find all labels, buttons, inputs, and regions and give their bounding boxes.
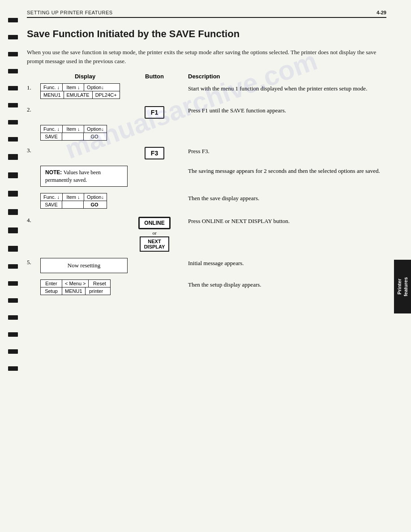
right-tab: Printer features — [394, 260, 411, 313]
step-5-row: 5. Now resetting Initial message appears… — [27, 258, 386, 273]
sidebar-mark-16 — [8, 281, 18, 286]
step-5b-menu: < Menu > — [62, 280, 89, 287]
step-3-row: 3. F3 Press F3. — [27, 146, 386, 159]
step-4-btn-group: ONLINE or NEXTDISPLAY — [138, 217, 170, 252]
step-4-num: 4. — [27, 216, 40, 224]
next-display-button[interactable]: NEXTDISPLAY — [140, 236, 170, 252]
body-text: When you use the save function in setup … — [27, 48, 386, 66]
step-5b-row: Enter < Menu > Reset Setup MENU1 printer… — [27, 279, 386, 295]
sidebar-mark-10 — [8, 172, 18, 178]
sidebar-mark-8 — [8, 137, 18, 142]
step-5b-reset: Reset — [89, 280, 110, 287]
step-3b-row-1: Func. ↓ Item ↓ Option↓ — [41, 193, 107, 201]
sidebar-mark-18 — [8, 315, 18, 320]
col-display-header: Display — [40, 73, 130, 80]
main-content: SETTING UP PRINTER FEATURES 4-29 Save Fu… — [27, 0, 386, 295]
step-1-cell-dpl24c: DPL24C+ — [93, 91, 120, 99]
sidebar-mark-12 — [8, 209, 18, 215]
sidebar-mark-17 — [8, 298, 18, 303]
step-1-display-box: Func. ↓ Item ↓ Option↓ MENU1 EMULATE DPL… — [40, 83, 120, 99]
step-5b-enter: Enter — [41, 280, 62, 287]
sidebar-mark-13 — [8, 227, 18, 233]
step-5b-desc: Then the setup display appears. — [179, 279, 386, 289]
note-bold-label: NOTE: — [45, 169, 64, 176]
col-button-header: Button — [130, 73, 179, 80]
sidebar-mark-19 — [8, 332, 18, 337]
f1-button[interactable]: F1 — [145, 106, 164, 119]
step-1-display: Func. ↓ Item ↓ Option↓ MENU1 EMULATE DPL… — [40, 83, 130, 99]
step-1-button — [130, 83, 179, 84]
step-5b-printer: printer — [86, 287, 107, 295]
sidebar-mark-3 — [8, 52, 18, 56]
step-3a-row: NOTE: Values have been permanently saved… — [27, 166, 386, 187]
sidebar-mark-21 — [8, 366, 18, 371]
sidebar-mark-7 — [8, 120, 18, 124]
step-3a-note-area: NOTE: Values have been permanently saved… — [40, 166, 130, 187]
step-5b-display-area: Enter < Menu > Reset Setup MENU1 printer — [40, 279, 130, 295]
step-3-num: 3. — [27, 146, 40, 154]
step-5b-row-1: Enter < Menu > Reset — [41, 280, 110, 287]
sidebar-mark-9 — [8, 154, 18, 160]
sidebar-mark-15 — [8, 264, 18, 269]
step-2-num: 2. — [27, 105, 40, 113]
step-5b-row-2: Setup MENU1 printer — [41, 287, 110, 295]
step-1-display-row-2: MENU1 EMULATE DPL24C+ — [41, 91, 120, 99]
header-page: 4-29 — [377, 10, 386, 15]
page-header: SETTING UP PRINTER FEATURES 4-29 — [27, 10, 386, 18]
step-2a-func-label: Func. ↓ — [41, 125, 63, 133]
step-3b-desc: Then the save display appears. — [179, 193, 386, 203]
sidebar-mark-2 — [8, 35, 18, 39]
step-5b-display-box: Enter < Menu > Reset Setup MENU1 printer — [40, 279, 111, 295]
sidebar-mark-4 — [8, 69, 18, 73]
step-3b-empty — [62, 201, 84, 208]
step-3-desc: Press F3. — [179, 146, 386, 156]
step-4-button: ONLINE or NEXTDISPLAY — [130, 216, 179, 252]
step-2-desc: Press F1 until the SAVE function appears… — [179, 105, 386, 115]
step-5-button — [130, 258, 179, 259]
step-2-row: 2. F1 Press F1 until the SAVE function a… — [27, 105, 386, 119]
step-3b-save: SAVE — [41, 201, 62, 208]
step-4-desc: Press ONLINE or NEXT DISPLAY button. — [179, 216, 386, 226]
step-3b-row-2: SAVE GO — [41, 201, 107, 208]
step-3b-item-label: Item ↓ — [63, 193, 84, 201]
step-5-desc: Initial message appears. — [179, 258, 386, 268]
sidebar-mark-6 — [8, 103, 18, 107]
step-2a-empty — [62, 133, 84, 140]
step-1-cell-item-label: Item ↓ — [63, 84, 84, 91]
step-1-cell-option-label: Option↓ — [84, 84, 107, 91]
step-3b-display-area: Func. ↓ Item ↓ Option↓ SAVE GO — [40, 193, 130, 209]
step-2a-row-1: Func. ↓ Item ↓ Option↓ — [41, 125, 107, 133]
step-5-num: 5. — [27, 258, 40, 266]
step-1-display-row-1: Func. ↓ Item ↓ Option↓ — [41, 84, 120, 91]
note-box: NOTE: Values have been permanently saved… — [40, 166, 128, 187]
step-3b-row: Func. ↓ Item ↓ Option↓ SAVE GO Then the … — [27, 193, 386, 209]
or-text: or — [152, 230, 156, 236]
step-3-button: F3 — [130, 146, 179, 159]
step-1-desc: Start with the menu 1 function displayed… — [179, 83, 386, 93]
online-button[interactable]: ONLINE — [138, 217, 170, 229]
step-3b-func-label: Func. ↓ — [41, 193, 63, 201]
header-title: SETTING UP PRINTER FEATURES — [27, 10, 113, 15]
step-2a-item-label: Item ↓ — [63, 125, 84, 133]
page: manualsarchive.com Printer features — [0, 0, 411, 532]
step-1-num: 1. — [27, 83, 40, 91]
step-1-cell-emulate: EMULATE — [64, 91, 93, 99]
step-5b-setup: Setup — [41, 287, 62, 295]
step-3b-display-box: Func. ↓ Item ↓ Option↓ SAVE GO — [40, 193, 107, 209]
column-headers: Display Button Description — [27, 73, 386, 80]
right-tab-text: Printer features — [396, 277, 409, 296]
step-3a-desc: The saving message appears for 2 seconds… — [179, 166, 386, 176]
sidebar-mark-20 — [8, 349, 18, 354]
step-5b-menu1: MENU1 — [62, 287, 86, 295]
step-2a-save: SAVE — [41, 133, 62, 140]
sidebar-mark-5 — [8, 86, 18, 90]
step-1-cell-func-label: Func. ↓ — [41, 84, 63, 91]
step-5-display: Now resetting — [40, 258, 130, 273]
f3-button[interactable]: F3 — [145, 147, 164, 159]
step-2a-go: GO — [84, 133, 105, 140]
col-description-header: Description — [179, 73, 386, 80]
step-4-row: 4. ONLINE or NEXTDISPLAY Press ONLINE or… — [27, 216, 386, 252]
step-2a-row-2: SAVE GO — [41, 133, 107, 140]
sidebar-mark-1 — [8, 18, 18, 22]
step-2a-row: Func. ↓ Item ↓ Option↓ SAVE GO — [27, 125, 386, 141]
